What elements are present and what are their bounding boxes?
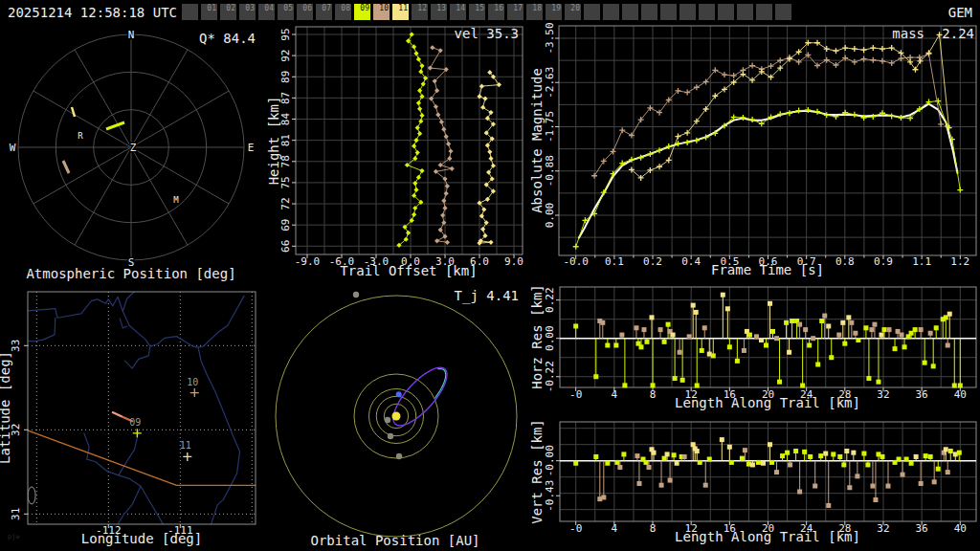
x-tick: 4 bbox=[612, 522, 618, 535]
x-tick: 32 bbox=[877, 388, 889, 401]
panel-trail-offset: -9.0-6.0-3.00.03.06.09.09592898784817875… bbox=[266, 26, 523, 278]
x-axis-title: Frame Time [s] bbox=[711, 262, 824, 277]
x-tick: 40 bbox=[954, 388, 967, 401]
x-axis-title: Trail Offset [km] bbox=[340, 263, 477, 278]
y-tick: -0.22 bbox=[544, 361, 556, 392]
y-tick: 0.00 bbox=[544, 203, 556, 229]
x-tick: -9.0 bbox=[295, 255, 321, 268]
velocity-value: vel 35.3 bbox=[455, 26, 519, 41]
y-tick: 31 bbox=[10, 508, 22, 520]
y-tick: 95 bbox=[279, 28, 292, 40]
x-tick: 9.0 bbox=[504, 255, 523, 268]
x-tick: 0.8 bbox=[835, 255, 855, 268]
map-station-label-10: 10 bbox=[187, 377, 198, 387]
x-tick: 1.1 bbox=[912, 255, 931, 268]
panel-magnitude: -0.00.10.20.40.50.60.70.80.91.11.2-3.50-… bbox=[529, 22, 976, 277]
x-tick: 8 bbox=[650, 388, 657, 401]
map-layers bbox=[24, 292, 259, 524]
compass-north: N bbox=[128, 29, 135, 41]
y-tick: 89 bbox=[279, 71, 292, 83]
y-tick: 33 bbox=[10, 340, 22, 352]
x-axis-title: Length Along Trail [km] bbox=[675, 529, 860, 544]
x-tick: 32 bbox=[877, 522, 889, 535]
x-tick: -0.0 bbox=[563, 255, 589, 268]
x-tick: 0.1 bbox=[605, 255, 624, 268]
x-tick: 36 bbox=[916, 388, 928, 401]
map-station-label-11: 11 bbox=[180, 440, 191, 451]
x-tick: 4 bbox=[612, 388, 618, 401]
x-axis-title: Longitude [deg] bbox=[81, 531, 202, 546]
x-tick: 8 bbox=[650, 522, 657, 535]
y-tick: 72 bbox=[279, 197, 292, 209]
panel-horz_res: -04812162024283236400.220.00-0.22Length … bbox=[529, 284, 976, 410]
panel-title: Atmospheric Position [deg] bbox=[26, 266, 235, 281]
x-tick: 0.2 bbox=[643, 255, 662, 268]
y-tick: -1.75 bbox=[544, 111, 556, 143]
tisserand-value: T_j 4.41 bbox=[455, 288, 519, 304]
panel-map: 091011-112-111333231Longitude [deg]Latit… bbox=[0, 292, 259, 546]
y-tick: -0.43 bbox=[544, 480, 556, 512]
x-tick: -0 bbox=[569, 522, 582, 535]
y-tick: 66 bbox=[279, 240, 292, 253]
panel-title: Orbital Position [AU] bbox=[310, 533, 479, 548]
panel-atmospheric: RMNSWEZQ* 84.4Atmospheric Position [deg] bbox=[10, 29, 256, 281]
y-axis-title: Horz Res [km] bbox=[529, 284, 545, 389]
compass-east: E bbox=[248, 142, 255, 154]
y-tick: 69 bbox=[279, 219, 292, 231]
q-value: Q* 84.4 bbox=[199, 31, 256, 46]
x-axis-title: Length Along Trail [km] bbox=[675, 395, 860, 410]
panel-orbit: T_j 4.41Orbital Position [AU] bbox=[276, 288, 519, 548]
y-tick: 0.22 bbox=[544, 287, 556, 313]
y-axis-title: Absolute Magnitude bbox=[529, 68, 545, 213]
y-tick: -2.63 bbox=[544, 67, 556, 99]
x-tick: 1.2 bbox=[950, 255, 969, 268]
panel-vert_res: -0481216202428323640-0.00-0.43Length Alo… bbox=[529, 419, 976, 544]
x-tick: 0.4 bbox=[681, 255, 701, 268]
meteor-event-dashboard: 20251214 12:58:18 UTC 010203040506070809… bbox=[0, 0, 980, 551]
y-axis-title: Height [km] bbox=[266, 97, 281, 186]
sky-marker-R: R bbox=[78, 131, 83, 141]
y-tick: -0.00 bbox=[544, 445, 556, 476]
y-tick: 92 bbox=[279, 50, 292, 62]
x-tick: 36 bbox=[916, 522, 928, 535]
charts-canvas: RMNSWEZQ* 84.4Atmospheric Position [deg]… bbox=[0, 0, 980, 551]
y-tick: -0.88 bbox=[544, 155, 556, 187]
map-station-label-09: 09 bbox=[129, 417, 141, 428]
compass-west: W bbox=[10, 142, 16, 154]
compass-zenith: Z bbox=[130, 142, 137, 154]
y-tick: -3.50 bbox=[544, 22, 556, 54]
watermark: pjw bbox=[8, 533, 20, 540]
x-tick: 0.9 bbox=[874, 255, 893, 268]
x-tick: -0 bbox=[569, 388, 582, 401]
y-tick: 0.00 bbox=[544, 325, 556, 351]
mass-value: 2.24 bbox=[942, 26, 974, 41]
x-tick: 40 bbox=[954, 522, 967, 535]
y-axis-title: Vert Res [km] bbox=[529, 419, 545, 524]
y-axis-title: Latitude [deg] bbox=[0, 351, 12, 464]
sky-marker-M: M bbox=[173, 195, 179, 205]
mass-label: mass bbox=[892, 26, 924, 41]
